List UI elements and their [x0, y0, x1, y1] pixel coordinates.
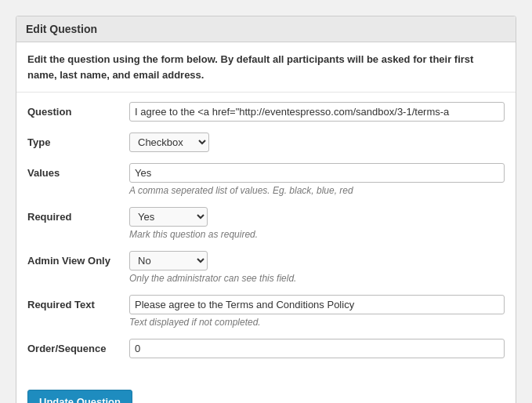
required-text-field: Text displayed if not completed.	[129, 295, 505, 328]
type-field: Checkbox Text Textarea Select Multi-Sele…	[129, 133, 505, 152]
footer: Update Question	[16, 382, 516, 403]
admin-view-label: Admin View Only	[27, 251, 129, 267]
required-text-input[interactable]	[129, 295, 505, 314]
question-field	[129, 102, 505, 122]
order-label: Order/Sequence	[27, 339, 129, 354]
required-text-label: Required Text	[27, 295, 129, 310]
required-row: Required Yes No Mark this question as re…	[27, 207, 505, 240]
required-text-row: Required Text Text displayed if not comp…	[27, 295, 505, 328]
form-body: Question Type Checkbox Text Textarea Sel…	[16, 93, 516, 382]
required-select[interactable]: Yes No	[129, 207, 208, 227]
panel-header: Edit Question	[16, 16, 516, 42]
admin-view-field: No Yes Only the administrator can see th…	[129, 251, 505, 284]
required-text-hint: Text displayed if not completed.	[129, 317, 505, 328]
admin-view-select[interactable]: No Yes	[129, 251, 208, 270]
question-row: Question	[27, 102, 505, 122]
admin-view-hint: Only the administrator can see this fiel…	[129, 273, 505, 284]
values-field: A comma seperated list of values. Eg. bl…	[129, 163, 505, 196]
panel-description: Edit the question using the form below. …	[16, 42, 516, 93]
order-field	[129, 339, 505, 358]
description-text: Edit the question using the form below. …	[27, 53, 473, 81]
order-row: Order/Sequence	[27, 339, 505, 358]
admin-view-row: Admin View Only No Yes Only the administ…	[27, 251, 505, 284]
question-input[interactable]	[129, 102, 505, 122]
edit-question-panel: Edit Question Edit the question using th…	[16, 16, 516, 403]
type-select[interactable]: Checkbox Text Textarea Select Multi-Sele…	[129, 133, 209, 152]
required-label: Required	[27, 207, 129, 223]
panel-title: Edit Question	[26, 23, 97, 35]
type-label: Type	[27, 133, 129, 148]
question-label: Question	[27, 102, 129, 118]
update-question-button[interactable]: Update Question	[27, 390, 132, 403]
required-hint: Mark this question as required.	[129, 229, 505, 240]
values-input[interactable]	[129, 163, 505, 183]
order-input[interactable]	[129, 339, 505, 358]
type-row: Type Checkbox Text Textarea Select Multi…	[27, 133, 505, 152]
values-label: Values	[27, 163, 129, 179]
values-hint: A comma seperated list of values. Eg. bl…	[129, 185, 505, 196]
values-row: Values A comma seperated list of values.…	[27, 163, 505, 196]
required-field: Yes No Mark this question as required.	[129, 207, 505, 240]
